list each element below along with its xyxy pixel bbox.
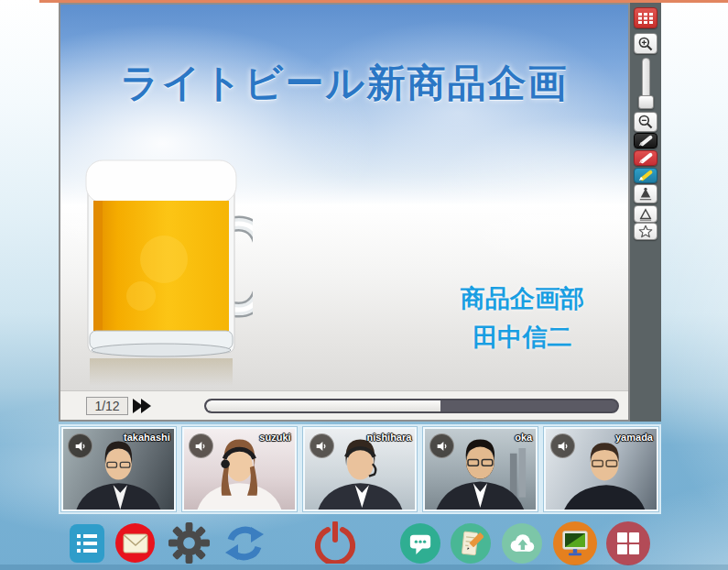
- speaker-icon[interactable]: [189, 433, 213, 458]
- zoom-slider-handle[interactable]: [638, 95, 654, 109]
- zoom-in-button[interactable]: [634, 33, 657, 54]
- pen-black-button[interactable]: [634, 133, 657, 148]
- pen-icon: [637, 170, 654, 181]
- participant-video[interactable]: nishihara: [303, 427, 418, 511]
- magnifier-minus-icon: [637, 114, 654, 130]
- grid-view-button[interactable]: [634, 7, 657, 28]
- slide-title: ライトビール新商品企画: [60, 58, 628, 109]
- window-bottom-edge: [0, 565, 728, 570]
- beer-mug-image: [77, 159, 253, 388]
- forward-icon: [141, 399, 151, 413]
- grid-icon: [616, 532, 640, 555]
- apps-button[interactable]: [606, 521, 650, 565]
- participant-name: yamada: [615, 432, 653, 443]
- participant-strip: takahashi suzuki: [59, 424, 661, 514]
- page-indicator: 1/12: [86, 397, 128, 415]
- participant-name: oka: [515, 432, 532, 443]
- participant-video[interactable]: yamada: [544, 427, 658, 511]
- refresh-icon: [223, 521, 266, 565]
- note-pencil-icon: [458, 530, 484, 557]
- star-icon: [638, 225, 653, 238]
- stamp-button[interactable]: [634, 223, 657, 240]
- zoom-out-button[interactable]: [634, 112, 657, 132]
- screen-share-button[interactable]: [553, 521, 597, 565]
- slide-progress-bar[interactable]: [204, 399, 619, 413]
- speaker-icon[interactable]: [68, 433, 92, 458]
- slide-progress-fill: [206, 400, 440, 411]
- refresh-button[interactable]: [223, 521, 266, 565]
- participant-name: suzuki: [259, 432, 290, 443]
- eraser-icon: [638, 187, 653, 201]
- monitor-icon: [560, 530, 590, 557]
- slide-presenter: 田中信二: [461, 318, 584, 356]
- pen-blue-button[interactable]: [634, 168, 657, 183]
- power-icon: [315, 521, 355, 564]
- participant-video[interactable]: oka: [423, 427, 538, 511]
- speaker-icon[interactable]: [550, 433, 575, 458]
- power-button[interactable]: [314, 521, 355, 564]
- eraser-all-button[interactable]: [634, 205, 657, 223]
- annotation-sidebar: [630, 3, 661, 422]
- slide-department: 商品企画部: [461, 280, 584, 318]
- eraser-outline-icon: [638, 208, 653, 221]
- cloud-upload-button[interactable]: [502, 523, 542, 564]
- grid-icon: [638, 13, 653, 24]
- notes-button[interactable]: [451, 523, 491, 564]
- slide-canvas[interactable]: ライトビール新商品企画: [60, 5, 628, 390]
- slide-controls-bar: 1/12: [60, 390, 628, 420]
- chat-button[interactable]: [400, 523, 440, 564]
- meeting-window: ライトビール新商品企画: [0, 0, 728, 570]
- settings-button[interactable]: [168, 521, 211, 565]
- gear-icon: [168, 521, 211, 565]
- magnifier-plus-icon: [637, 36, 654, 52]
- participant-name: takahashi: [124, 432, 170, 443]
- chat-icon: [408, 532, 432, 555]
- eraser-button[interactable]: [634, 184, 657, 203]
- agenda-button[interactable]: [70, 524, 104, 563]
- slide-credit: 商品企画部 田中信二: [461, 280, 584, 356]
- cloud-upload-icon: [508, 532, 536, 554]
- slide-viewer: ライトビール新商品企画: [59, 3, 630, 422]
- next-slide-button[interactable]: [133, 399, 151, 413]
- list-icon: [77, 534, 97, 553]
- mail-button[interactable]: [115, 523, 155, 563]
- speaker-icon[interactable]: [310, 433, 334, 458]
- pen-red-button[interactable]: [634, 150, 657, 166]
- app-toolbar: [0, 521, 728, 567]
- mail-icon: [123, 533, 148, 554]
- pen-icon: [637, 135, 654, 147]
- participant-video[interactable]: suzuki: [182, 427, 297, 511]
- participant-video[interactable]: takahashi: [61, 427, 176, 511]
- participant-name: nishihara: [366, 432, 411, 443]
- pen-icon: [637, 152, 654, 164]
